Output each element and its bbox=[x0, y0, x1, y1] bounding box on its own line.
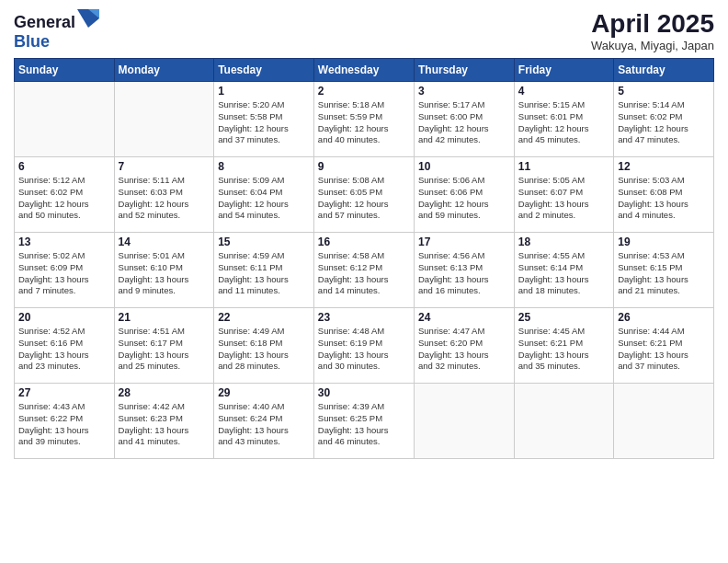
day-number-20: 20 bbox=[18, 311, 110, 324]
day-info-29: Sunrise: 4:40 AM Sunset: 6:24 PM Dayligh… bbox=[218, 401, 310, 448]
day-info-18: Sunrise: 4:55 AM Sunset: 6:14 PM Dayligh… bbox=[518, 250, 609, 297]
cell-w5-d3: 29Sunrise: 4:40 AM Sunset: 6:24 PM Dayli… bbox=[214, 384, 314, 459]
cell-w3-d1: 13Sunrise: 5:02 AM Sunset: 6:09 PM Dayli… bbox=[15, 233, 115, 308]
day-info-27: Sunrise: 4:43 AM Sunset: 6:22 PM Dayligh… bbox=[18, 401, 110, 448]
cell-w4-d4: 23Sunrise: 4:48 AM Sunset: 6:19 PM Dayli… bbox=[313, 308, 414, 384]
week-row-2: 6Sunrise: 5:12 AM Sunset: 6:02 PM Daylig… bbox=[15, 157, 714, 233]
day-info-26: Sunrise: 4:44 AM Sunset: 6:21 PM Dayligh… bbox=[618, 326, 710, 373]
day-info-15: Sunrise: 4:59 AM Sunset: 6:11 PM Dayligh… bbox=[218, 250, 310, 297]
cell-w4-d5: 24Sunrise: 4:47 AM Sunset: 6:20 PM Dayli… bbox=[414, 308, 514, 384]
day-number-23: 23 bbox=[318, 311, 410, 324]
cell-w5-d1: 27Sunrise: 4:43 AM Sunset: 6:22 PM Dayli… bbox=[15, 384, 115, 459]
calendar-container: General Blue April 2025 Wakuya, Miyagi, … bbox=[0, 0, 728, 468]
cell-w5-d2: 28Sunrise: 4:42 AM Sunset: 6:23 PM Dayli… bbox=[114, 384, 214, 459]
day-info-1: Sunrise: 5:20 AM Sunset: 5:58 PM Dayligh… bbox=[218, 99, 310, 146]
location: Wakuya, Miyagi, Japan bbox=[591, 39, 714, 52]
cell-w5-d4: 30Sunrise: 4:39 AM Sunset: 6:25 PM Dayli… bbox=[313, 384, 414, 459]
week-row-5: 27Sunrise: 4:43 AM Sunset: 6:22 PM Dayli… bbox=[15, 384, 714, 459]
day-number-11: 11 bbox=[518, 160, 609, 173]
day-info-2: Sunrise: 5:18 AM Sunset: 5:59 PM Dayligh… bbox=[318, 99, 410, 146]
day-number-26: 26 bbox=[618, 311, 710, 324]
day-info-22: Sunrise: 4:49 AM Sunset: 6:18 PM Dayligh… bbox=[218, 326, 310, 373]
day-number-4: 4 bbox=[518, 85, 609, 98]
cell-w2-d3: 8Sunrise: 5:09 AM Sunset: 6:04 PM Daylig… bbox=[214, 157, 314, 233]
cell-w3-d2: 14Sunrise: 5:01 AM Sunset: 6:10 PM Dayli… bbox=[114, 233, 214, 308]
header: General Blue April 2025 Wakuya, Miyagi, … bbox=[14, 9, 714, 52]
logo-text: General Blue bbox=[14, 9, 99, 52]
day-info-16: Sunrise: 4:58 AM Sunset: 6:12 PM Dayligh… bbox=[318, 250, 410, 297]
logo-icon bbox=[77, 9, 99, 28]
cell-w2-d2: 7Sunrise: 5:11 AM Sunset: 6:03 PM Daylig… bbox=[114, 157, 214, 233]
week-row-3: 13Sunrise: 5:02 AM Sunset: 6:09 PM Dayli… bbox=[15, 233, 714, 308]
cell-w1-d1 bbox=[15, 82, 115, 157]
title-block: April 2025 Wakuya, Miyagi, Japan bbox=[591, 9, 714, 52]
cell-w2-d5: 10Sunrise: 5:06 AM Sunset: 6:06 PM Dayli… bbox=[414, 157, 514, 233]
cell-w2-d6: 11Sunrise: 5:05 AM Sunset: 6:07 PM Dayli… bbox=[514, 157, 613, 233]
day-number-18: 18 bbox=[518, 236, 609, 248]
cell-w3-d5: 17Sunrise: 4:56 AM Sunset: 6:13 PM Dayli… bbox=[414, 233, 514, 308]
day-info-23: Sunrise: 4:48 AM Sunset: 6:19 PM Dayligh… bbox=[318, 326, 410, 373]
cell-w2-d1: 6Sunrise: 5:12 AM Sunset: 6:02 PM Daylig… bbox=[15, 157, 115, 233]
cell-w4-d6: 25Sunrise: 4:45 AM Sunset: 6:21 PM Dayli… bbox=[514, 308, 613, 384]
day-number-29: 29 bbox=[218, 386, 310, 399]
day-number-8: 8 bbox=[218, 160, 310, 173]
day-number-28: 28 bbox=[119, 386, 210, 399]
day-number-1: 1 bbox=[218, 85, 310, 98]
day-number-5: 5 bbox=[618, 85, 710, 98]
day-info-13: Sunrise: 5:02 AM Sunset: 6:09 PM Dayligh… bbox=[18, 250, 110, 297]
day-number-17: 17 bbox=[418, 236, 510, 248]
col-saturday: Saturday bbox=[614, 59, 714, 82]
month-title: April 2025 bbox=[591, 9, 714, 39]
cell-w1-d2 bbox=[114, 82, 214, 157]
day-info-20: Sunrise: 4:52 AM Sunset: 6:16 PM Dayligh… bbox=[18, 326, 110, 373]
day-number-13: 13 bbox=[18, 236, 110, 248]
cell-w1-d4: 2Sunrise: 5:18 AM Sunset: 5:59 PM Daylig… bbox=[313, 82, 414, 157]
col-tuesday: Tuesday bbox=[214, 59, 314, 82]
day-number-16: 16 bbox=[318, 236, 410, 248]
col-wednesday: Wednesday bbox=[313, 59, 414, 82]
day-number-6: 6 bbox=[18, 160, 110, 173]
day-info-17: Sunrise: 4:56 AM Sunset: 6:13 PM Dayligh… bbox=[418, 250, 510, 297]
cell-w5-d6 bbox=[514, 384, 613, 459]
cell-w3-d4: 16Sunrise: 4:58 AM Sunset: 6:12 PM Dayli… bbox=[313, 233, 414, 308]
logo-general: General bbox=[14, 13, 75, 31]
day-info-6: Sunrise: 5:12 AM Sunset: 6:02 PM Dayligh… bbox=[18, 175, 110, 222]
day-number-22: 22 bbox=[218, 311, 310, 324]
cell-w5-d5 bbox=[414, 384, 514, 459]
day-info-21: Sunrise: 4:51 AM Sunset: 6:17 PM Dayligh… bbox=[119, 326, 210, 373]
cell-w4-d7: 26Sunrise: 4:44 AM Sunset: 6:21 PM Dayli… bbox=[614, 308, 714, 384]
cell-w1-d5: 3Sunrise: 5:17 AM Sunset: 6:00 PM Daylig… bbox=[414, 82, 514, 157]
logo: General Blue bbox=[14, 9, 99, 52]
day-info-11: Sunrise: 5:05 AM Sunset: 6:07 PM Dayligh… bbox=[518, 175, 609, 222]
day-number-25: 25 bbox=[518, 311, 609, 324]
day-info-9: Sunrise: 5:08 AM Sunset: 6:05 PM Dayligh… bbox=[318, 175, 410, 222]
cell-w3-d7: 19Sunrise: 4:53 AM Sunset: 6:15 PM Dayli… bbox=[614, 233, 714, 308]
day-info-25: Sunrise: 4:45 AM Sunset: 6:21 PM Dayligh… bbox=[518, 326, 609, 373]
header-row: Sunday Monday Tuesday Wednesday Thursday… bbox=[15, 59, 714, 82]
day-info-10: Sunrise: 5:06 AM Sunset: 6:06 PM Dayligh… bbox=[418, 175, 510, 222]
day-number-30: 30 bbox=[318, 386, 410, 399]
day-number-14: 14 bbox=[119, 236, 210, 248]
day-number-19: 19 bbox=[618, 236, 710, 248]
day-info-8: Sunrise: 5:09 AM Sunset: 6:04 PM Dayligh… bbox=[218, 175, 310, 222]
col-friday: Friday bbox=[514, 59, 613, 82]
day-number-27: 27 bbox=[18, 386, 110, 399]
cell-w1-d7: 5Sunrise: 5:14 AM Sunset: 6:02 PM Daylig… bbox=[614, 82, 714, 157]
week-row-1: 1Sunrise: 5:20 AM Sunset: 5:58 PM Daylig… bbox=[15, 82, 714, 157]
cell-w4-d2: 21Sunrise: 4:51 AM Sunset: 6:17 PM Dayli… bbox=[114, 308, 214, 384]
cell-w1-d3: 1Sunrise: 5:20 AM Sunset: 5:58 PM Daylig… bbox=[214, 82, 314, 157]
cell-w4-d1: 20Sunrise: 4:52 AM Sunset: 6:16 PM Dayli… bbox=[15, 308, 115, 384]
day-info-4: Sunrise: 5:15 AM Sunset: 6:01 PM Dayligh… bbox=[518, 99, 609, 146]
day-number-15: 15 bbox=[218, 236, 310, 248]
cell-w3-d6: 18Sunrise: 4:55 AM Sunset: 6:14 PM Dayli… bbox=[514, 233, 613, 308]
week-row-4: 20Sunrise: 4:52 AM Sunset: 6:16 PM Dayli… bbox=[15, 308, 714, 384]
col-monday: Monday bbox=[114, 59, 214, 82]
day-info-24: Sunrise: 4:47 AM Sunset: 6:20 PM Dayligh… bbox=[418, 326, 510, 373]
day-number-24: 24 bbox=[418, 311, 510, 324]
calendar-table: Sunday Monday Tuesday Wednesday Thursday… bbox=[14, 58, 714, 459]
cell-w4-d3: 22Sunrise: 4:49 AM Sunset: 6:18 PM Dayli… bbox=[214, 308, 314, 384]
logo-blue: Blue bbox=[14, 32, 50, 51]
cell-w2-d7: 12Sunrise: 5:03 AM Sunset: 6:08 PM Dayli… bbox=[614, 157, 714, 233]
day-info-7: Sunrise: 5:11 AM Sunset: 6:03 PM Dayligh… bbox=[119, 175, 210, 222]
day-info-3: Sunrise: 5:17 AM Sunset: 6:00 PM Dayligh… bbox=[418, 99, 510, 146]
